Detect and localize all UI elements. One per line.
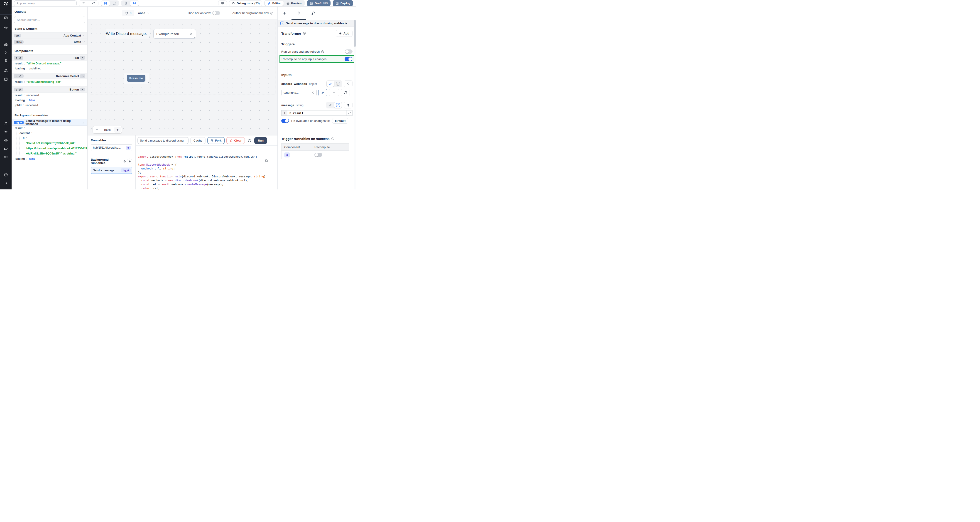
settings-gear-icon[interactable] — [4, 130, 8, 134]
draft-button[interactable]: Draft ⌘S — [307, 0, 330, 6]
desktop-view-icon[interactable] — [130, 1, 139, 6]
tab-editor[interactable]: Editor — [265, 1, 283, 6]
resource-picker[interactable]: u/henri/te... — [281, 89, 317, 96]
variables-dollar-icon[interactable] — [4, 59, 8, 63]
cache-button[interactable]: Cache — [190, 137, 205, 144]
trash-icon — [229, 139, 233, 142]
search-outputs-input[interactable] — [14, 16, 85, 23]
edit-resource-pencil-button[interactable] — [318, 89, 327, 96]
kebab-menu-icon[interactable] — [212, 2, 216, 5]
redo-button[interactable] — [89, 1, 98, 6]
copy-code-icon[interactable] — [265, 151, 275, 170]
settings-components-tab[interactable] — [297, 11, 301, 16]
debug-runs-button[interactable]: Debug runs (23) — [229, 0, 262, 6]
help-icon[interactable] — [4, 173, 8, 177]
collapse-chevron-up-icon[interactable] — [80, 88, 85, 91]
insert-component-tab[interactable] — [283, 11, 286, 15]
message-expression-editor[interactable]: 1 b.result — [281, 110, 353, 116]
recompute-c-toggle[interactable] — [314, 153, 322, 157]
audit-eye-icon[interactable] — [4, 155, 8, 159]
edit-pencil-icon[interactable] — [82, 121, 85, 124]
bg0-row[interactable]: bg_0 Send a message to discord using web… — [11, 119, 88, 126]
users-person-icon[interactable] — [4, 121, 8, 126]
undo-button[interactable] — [79, 1, 89, 6]
add-transformer-button[interactable]: Add — [336, 30, 353, 37]
frequency-dropdown[interactable]: once — [138, 11, 150, 15]
scrollbar-thumb[interactable] — [354, 20, 356, 47]
fork-button[interactable]: Fork — [207, 137, 224, 144]
resource-select-component[interactable]: Example resou... — [153, 29, 196, 38]
mobile-view-icon[interactable] — [122, 1, 130, 6]
zoom-in-button[interactable]: + — [114, 127, 121, 133]
resize-handle[interactable] — [148, 37, 150, 38]
deploy-button[interactable]: Deploy — [333, 0, 353, 6]
schedules-calendar-icon[interactable] — [4, 77, 8, 81]
nested-level-2: 0: "Could not interpret "{'webhook_url':… — [19, 136, 88, 156]
runnables-title: Runnables — [91, 138, 132, 142]
connect-plug-icon[interactable] — [344, 102, 353, 108]
refresh-count-button[interactable]: 0 — [122, 10, 134, 16]
components-title: Components — [14, 49, 84, 53]
reeval-target-chip[interactable]: b.result — [332, 118, 348, 124]
workers-robot-icon[interactable] — [4, 138, 8, 142]
collapse-chevron-up-icon[interactable] — [80, 56, 85, 60]
hide-bar-toggle[interactable] — [212, 11, 220, 15]
chevron-down-icon — [82, 40, 85, 43]
folders-icon[interactable] — [4, 146, 8, 151]
code-editor[interactable]: import discordwebhook from "https://deno… — [136, 145, 277, 189]
windmill-logo-icon[interactable] — [3, 2, 9, 6]
clear-button[interactable]: Clear — [226, 137, 245, 144]
state-row[interactable]: state State — [11, 38, 88, 45]
workspace-building-icon[interactable] — [4, 16, 8, 20]
static-pencil-mode[interactable] — [327, 102, 334, 108]
eval-function-mode[interactable]: f — [334, 81, 342, 87]
resources-cubes-icon[interactable] — [4, 68, 8, 73]
refresh-code-button[interactable] — [247, 137, 253, 144]
press-me-button[interactable]: Press me — [127, 75, 145, 82]
zoom-out-button[interactable]: − — [93, 126, 101, 134]
run-button[interactable]: Run — [254, 137, 267, 144]
favorites-star-icon[interactable] — [4, 26, 8, 30]
recompute-on-input-toggle[interactable] — [345, 57, 352, 61]
fullscreen-icon[interactable] — [110, 1, 118, 6]
script-name-input[interactable] — [137, 137, 189, 144]
home-icon[interactable] — [4, 42, 8, 46]
app-summary-input[interactable] — [14, 0, 77, 6]
static-pencil-mode[interactable] — [327, 81, 334, 87]
ctx-row[interactable]: ctx App Context — [11, 32, 88, 39]
code-line: const ret = await webhook.createMessage(… — [138, 183, 277, 186]
component-row-c[interactable]: c Button — [11, 86, 88, 93]
center-align-toggle[interactable] — [101, 1, 110, 6]
code-line: type DiscordWebhook = { — [138, 163, 277, 167]
docs-book-button[interactable] — [218, 0, 227, 6]
refresh-resource-button[interactable] — [341, 89, 350, 96]
resize-handle[interactable] — [147, 82, 149, 83]
button-component-wrapper[interactable]: Press me — [124, 73, 149, 84]
clear-x-icon[interactable] — [311, 91, 314, 94]
add-resource-button[interactable] — [329, 89, 339, 96]
zoom-level: 100% — [101, 128, 114, 132]
add-background-runnable-button[interactable] — [127, 159, 132, 164]
eval-function-mode[interactable]: f — [334, 102, 342, 108]
runnable-item[interactable]: hub/1511/discord/se... c — [91, 144, 132, 151]
tab-preview[interactable]: Preview — [283, 1, 304, 6]
component-row-b[interactable]: b Resource Select — [11, 73, 88, 80]
reeval-toggle[interactable] — [281, 119, 289, 123]
input-mode-segment: f — [326, 80, 342, 87]
run-on-start-toggle[interactable] — [345, 49, 353, 54]
background-runnable-item-selected[interactable]: Send a message... bg_0 — [91, 167, 132, 174]
clear-x-icon[interactable] — [190, 32, 193, 36]
expand-editor-icon[interactable] — [347, 110, 352, 115]
discord-webhook-input-row: discord_webhook object f — [281, 80, 353, 87]
collapse-chevron-up-icon[interactable] — [80, 74, 85, 78]
code-editor-panel: Cache Fork Clear Run import discordwebho… — [136, 135, 277, 189]
text-component[interactable]: Write Discord message: — [106, 29, 150, 38]
connect-plug-icon[interactable] — [344, 80, 353, 87]
expand-sidebar-arrow-icon[interactable] — [4, 181, 8, 185]
css-brush-tab[interactable] — [311, 11, 315, 15]
app-canvas[interactable]: Write Discord message: Example resou... … — [88, 20, 277, 135]
runs-play-icon[interactable] — [4, 51, 8, 55]
resize-handle[interactable] — [194, 36, 195, 38]
component-row-a[interactable]: a Text — [11, 54, 88, 61]
scrollbar[interactable] — [354, 20, 356, 189]
